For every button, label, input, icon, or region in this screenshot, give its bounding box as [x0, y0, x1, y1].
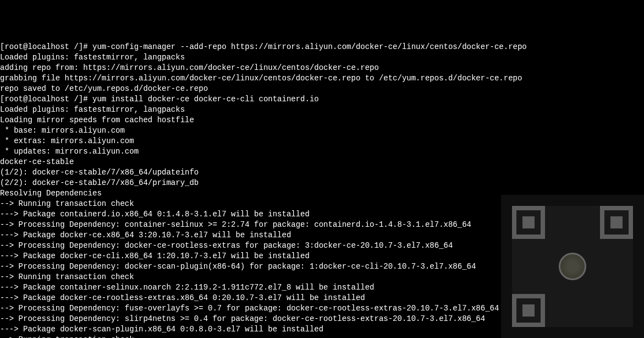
terminal-line: [root@localhost /]# yum install docker-c… — [0, 94, 644, 105]
terminal-line: * base: mirrors.aliyun.com — [0, 126, 644, 136]
qr-code-pattern — [512, 206, 633, 327]
terminal-line: (2/2): docker-ce-stable/7/x86_64/primary… — [0, 178, 644, 188]
terminal-line: grabbing file https://mirrors.aliyun.com… — [0, 73, 644, 84]
terminal-line: [root@localhost /]# yum-config-manager -… — [0, 42, 644, 52]
terminal-line: Loaded plugins: fastestmirror, langpacks — [0, 105, 644, 115]
terminal-line: docker-ce-stable — [0, 157, 644, 167]
terminal-line: repo saved to /etc/yum.repos.d/docker-ce… — [0, 84, 644, 94]
terminal-line: * extras: mirrors.aliyun.com — [0, 136, 644, 146]
terminal-line: (1/2): docker-ce-stable/7/x86_64/updatei… — [0, 167, 644, 178]
qr-finder-icon — [600, 206, 633, 239]
qr-finder-icon — [512, 294, 545, 327]
terminal-line: adding repo from: https://mirrors.aliyun… — [0, 63, 644, 73]
terminal-line: Loading mirror speeds from cached hostfi… — [0, 115, 644, 126]
qr-code-watermark — [501, 195, 644, 338]
terminal-line: Loaded plugins: fastestmirror, langpacks — [0, 52, 644, 63]
qr-finder-icon — [512, 206, 545, 239]
qr-center-logo-icon — [559, 253, 586, 280]
terminal-line: * updates: mirrors.aliyun.com — [0, 146, 644, 157]
